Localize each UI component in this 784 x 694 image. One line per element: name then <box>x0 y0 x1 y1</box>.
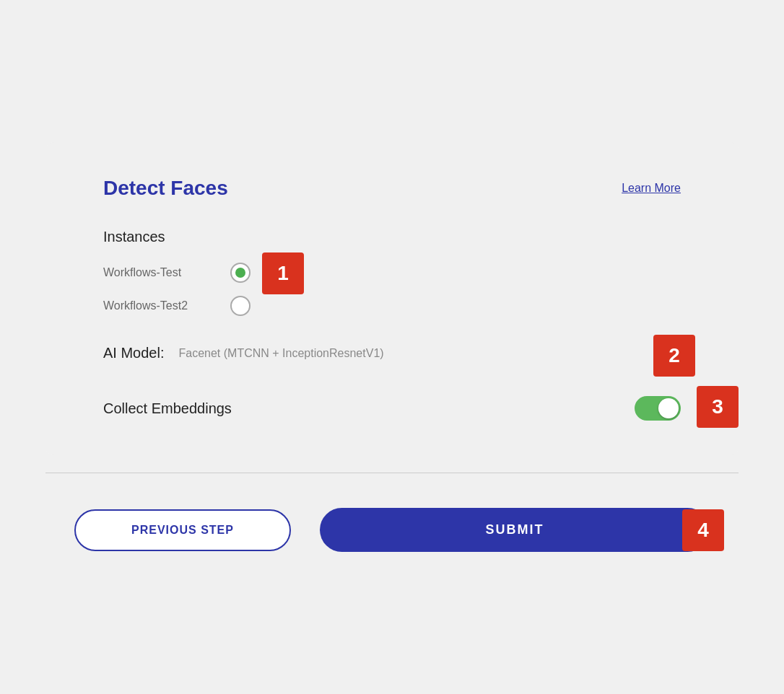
instance-row-1: Workflows-Test 1 <box>103 263 681 283</box>
ai-model-label: AI Model: <box>103 345 164 361</box>
main-card: Detect Faces Learn More Instances Workfl… <box>45 142 739 455</box>
radio-button-1[interactable] <box>230 263 251 283</box>
submit-wrapper: SUBMIT 4 <box>320 508 710 552</box>
instance-row-2: Workflows-Test2 <box>103 296 681 316</box>
previous-step-button[interactable]: PREVIOUS STEP <box>74 509 291 551</box>
collect-embeddings-toggle[interactable] <box>635 396 681 421</box>
page-title: Detect Faces <box>103 177 228 200</box>
collect-embeddings-section: Collect Embeddings 3 <box>103 396 681 421</box>
card-header: Detect Faces Learn More <box>103 177 681 200</box>
instances-label: Instances <box>103 229 681 245</box>
instance-name-1: Workflows-Test <box>103 266 219 279</box>
ai-model-value: Facenet (MTCNN + InceptionResnetV1) <box>178 347 383 360</box>
instances-section: Instances Workflows-Test 1 Workflows-Tes… <box>103 229 681 316</box>
instance-name-2: Workflows-Test2 <box>103 299 219 312</box>
ai-model-section: AI Model: Facenet (MTCNN + InceptionResn… <box>103 345 681 361</box>
footer-buttons: PREVIOUS STEP SUBMIT 4 <box>45 508 739 552</box>
badge-4: 4 <box>682 509 724 551</box>
collect-embeddings-label: Collect Embeddings <box>103 400 232 417</box>
badge-3: 3 <box>697 386 739 428</box>
radio-button-2[interactable] <box>230 296 251 316</box>
divider <box>45 473 739 473</box>
badge-1: 1 <box>262 252 304 294</box>
badge-2: 2 <box>653 335 695 377</box>
toggle-knob <box>658 398 679 418</box>
radio-inner-1 <box>235 268 245 278</box>
submit-button[interactable]: SUBMIT <box>320 508 710 552</box>
learn-more-link[interactable]: Learn More <box>622 182 681 195</box>
toggle-wrapper: 3 <box>635 396 681 421</box>
